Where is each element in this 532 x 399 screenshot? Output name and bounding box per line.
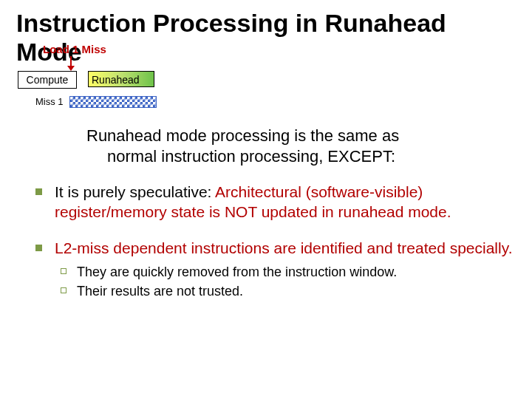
runahead-box: Runahead (88, 71, 154, 87)
arrow-down-icon (70, 56, 72, 69)
compute-box: Compute (18, 71, 77, 89)
miss1-bar (69, 96, 157, 108)
miss1-label: Miss 1 (35, 96, 64, 107)
load-miss-label: Load 1 Miss (43, 43, 106, 55)
bullet-text-pre: It is purely speculative: (55, 183, 215, 200)
bullet-text-red: L2-miss dependent instructions are ident… (55, 239, 512, 256)
bullet-item: L2-miss dependent instructions are ident… (35, 239, 516, 300)
slide-body: Runahead mode processing is the same as … (16, 126, 516, 316)
sub-bullet-list: They are quickly removed from the instru… (61, 263, 516, 301)
intro-line-2: normal instruction processing, EXCEPT: (86, 146, 516, 167)
slide: Instruction Processing in Runahead Mode … (0, 0, 532, 399)
sub-bullet-item: They are quickly removed from the instru… (61, 263, 516, 281)
sub-bullet-item: Their results are not trusted. (61, 282, 516, 300)
bullet-list: It is purely speculative: Architectural … (35, 183, 516, 300)
timeline-diagram: Load 1 Miss Compute Runahead Miss 1 (18, 43, 328, 113)
intro-text: Runahead mode processing is the same as … (86, 126, 516, 166)
intro-line-1: Runahead mode processing is the same as (86, 126, 399, 145)
title-line-1: Instruction Processing in Runahead (16, 9, 446, 37)
bullet-item: It is purely speculative: Architectural … (35, 183, 516, 222)
